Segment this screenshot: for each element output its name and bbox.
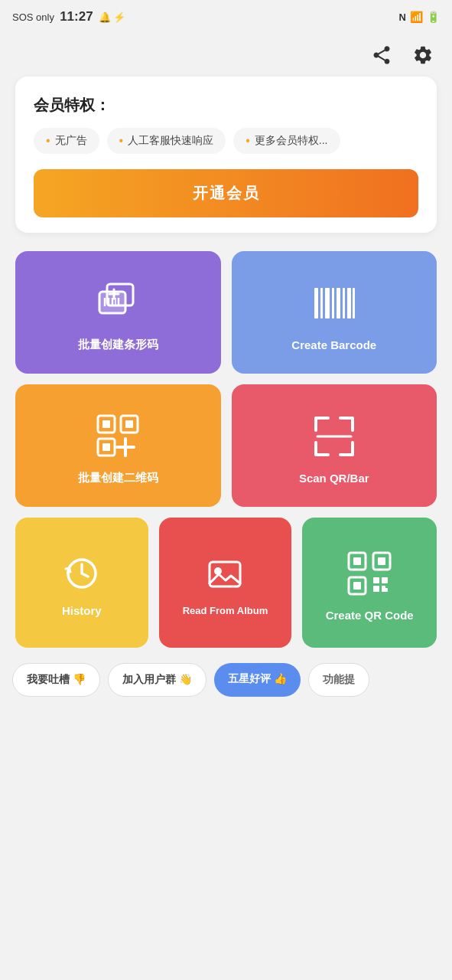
read-album-label: Read From Album <box>183 605 268 616</box>
create-qr-card[interactable]: Create QR Code <box>302 518 437 648</box>
nfc-icon: N <box>399 11 406 23</box>
create-barcode-label: Create Barcode <box>291 338 376 351</box>
svg-rect-10 <box>320 288 323 318</box>
five-star-tab[interactable]: 五星好评 👍 <box>214 663 301 697</box>
create-barcode-icon <box>310 279 359 328</box>
svg-rect-32 <box>378 557 385 565</box>
grid-row-2: 批量创建二维码 Scan QR/Bar <box>15 384 437 507</box>
svg-rect-35 <box>373 577 379 583</box>
batch-barcode-icon <box>93 278 142 327</box>
svg-rect-16 <box>353 288 355 318</box>
history-card[interactable]: History <box>15 518 148 648</box>
batch-qr-card[interactable]: 批量创建二维码 <box>15 384 221 507</box>
svg-rect-13 <box>337 288 340 318</box>
battery-icon: 🔋 <box>427 11 440 23</box>
svg-rect-36 <box>382 577 388 583</box>
membership-card: 会员特权： 无广告 人工客服快速响应 更多会员特权... 开通会员 <box>15 77 437 233</box>
svg-rect-9 <box>314 288 318 318</box>
create-qr-label: Create QR Code <box>326 609 414 622</box>
status-bar: SOS only 11:27 🔔 ⚡ N 📶 🔋 <box>0 0 452 34</box>
read-album-icon <box>205 554 245 594</box>
create-barcode-card[interactable]: Create Barcode <box>232 251 437 374</box>
svg-rect-18 <box>102 420 110 428</box>
svg-rect-12 <box>332 288 334 318</box>
grid-row-3: History Read From Album <box>15 518 437 648</box>
share-button[interactable] <box>368 41 395 69</box>
membership-title: 会员特权： <box>34 95 418 116</box>
bottom-tabs: 我要吐槽 👎 加入用户群 👋 五星好评 👍 功能提 <box>0 648 452 709</box>
tag-more-privileges: 更多会员特权... <box>233 128 340 154</box>
svg-rect-39 <box>382 586 385 592</box>
signal-icon: 📶 <box>410 11 423 23</box>
top-action-bar <box>0 34 452 77</box>
svg-rect-27 <box>210 562 240 586</box>
complaint-tab[interactable]: 我要吐槽 👎 <box>12 663 100 697</box>
read-album-card[interactable]: Read From Album <box>159 518 292 648</box>
batch-barcode-label: 批量创建条形码 <box>78 338 158 352</box>
grid-section: 批量创建条形码 Create Barcode <box>0 251 452 648</box>
status-text: SOS only 11:27 🔔 ⚡ <box>12 9 125 24</box>
tag-no-ads: 无广告 <box>34 128 99 154</box>
svg-rect-14 <box>343 288 345 318</box>
history-label: History <box>62 604 102 617</box>
join-group-tab[interactable]: 加入用户群 👋 <box>108 663 206 697</box>
svg-rect-37 <box>373 586 379 592</box>
create-qr-icon <box>345 549 394 598</box>
scan-qr-icon <box>310 412 359 461</box>
membership-tags: 无广告 人工客服快速响应 更多会员特权... <box>34 128 418 154</box>
svg-rect-15 <box>347 288 351 318</box>
svg-rect-22 <box>102 443 110 451</box>
scan-qr-label: Scan QR/Bar <box>299 472 369 485</box>
membership-button[interactable]: 开通会员 <box>34 169 418 217</box>
status-icons: N 📶 🔋 <box>399 11 440 23</box>
batch-qr-icon <box>93 411 142 460</box>
svg-rect-11 <box>325 288 330 318</box>
history-icon <box>62 554 102 593</box>
suggest-tab[interactable]: 功能提 <box>308 663 369 697</box>
scan-qr-card[interactable]: Scan QR/Bar <box>232 384 437 507</box>
svg-rect-34 <box>353 582 361 590</box>
svg-rect-20 <box>125 420 133 428</box>
grid-row-1: 批量创建条形码 Create Barcode <box>15 251 437 374</box>
batch-barcode-card[interactable]: 批量创建条形码 <box>15 251 221 374</box>
svg-rect-30 <box>353 557 361 565</box>
tag-customer-service: 人工客服快速响应 <box>107 128 226 154</box>
batch-qr-label: 批量创建二维码 <box>78 471 158 485</box>
settings-button[interactable] <box>409 41 437 69</box>
